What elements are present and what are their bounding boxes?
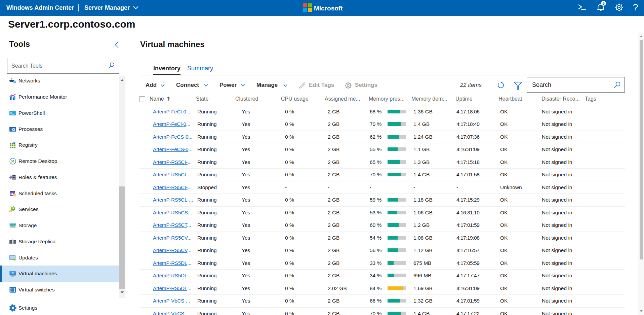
svg-text:6: 6 [602, 1, 604, 5]
